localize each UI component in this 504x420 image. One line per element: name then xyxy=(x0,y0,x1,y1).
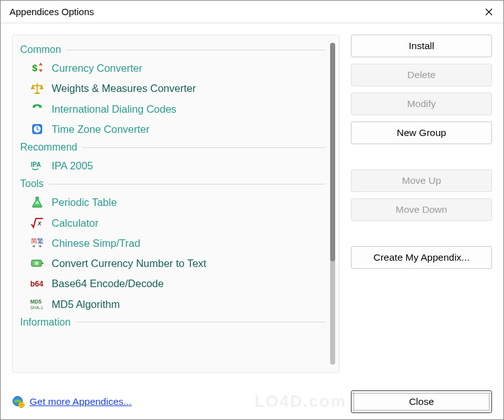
spacer xyxy=(351,150,492,163)
md5-icon: MD5SHA-1 xyxy=(30,297,44,311)
svg-text:繁: 繁 xyxy=(37,237,43,244)
rule xyxy=(49,184,325,184)
item-label: Base64 Encode/Decode xyxy=(52,276,164,290)
create-appendix-button[interactable]: Create My Appendix... xyxy=(351,246,492,269)
item-label: Chinese Simp/Trad xyxy=(52,236,140,250)
phone-icon xyxy=(30,102,44,116)
get-more-link[interactable]: Get more Appendices... xyxy=(12,395,132,408)
item-label: Weights & Measures Converter xyxy=(52,81,196,95)
svg-rect-1 xyxy=(35,93,40,94)
item-label: Periodic Table xyxy=(52,195,117,209)
svg-text:SHA-1: SHA-1 xyxy=(30,305,43,310)
get-more-link-text: Get more Appendices... xyxy=(30,396,132,407)
item-label: Time Zone Converter xyxy=(52,122,149,136)
list-item[interactable]: b64Base64 Encode/Decode xyxy=(19,273,325,293)
group-header: Recommend xyxy=(19,139,325,156)
group-header: Common xyxy=(19,42,325,58)
scroll-thumb[interactable] xyxy=(330,43,335,261)
scrollbar[interactable] xyxy=(330,43,335,365)
money-icon xyxy=(30,256,44,270)
install-button[interactable]: Install xyxy=(351,35,492,57)
footer: Get more Appendices... Close xyxy=(1,384,503,419)
list-item[interactable]: Weights & Measures Converter xyxy=(19,78,325,98)
list-item[interactable]: Periodic Table xyxy=(19,192,325,212)
ipa-icon: IPA xyxy=(30,159,44,173)
svg-text:x: x xyxy=(37,219,42,227)
currency-icon: $ xyxy=(30,61,44,75)
svg-text:b64: b64 xyxy=(30,280,43,288)
svg-text:IPA: IPA xyxy=(31,161,41,168)
flask-icon xyxy=(30,195,44,209)
item-label: Currency Converter xyxy=(52,61,142,75)
list-item[interactable]: International Dialing Codes xyxy=(19,99,325,119)
appendices-panel: Common$Currency ConverterWeights & Measu… xyxy=(12,35,340,373)
rule xyxy=(76,322,325,322)
list-item[interactable]: 简繁Chinese Simp/Trad xyxy=(19,233,325,253)
item-label: International Dialing Codes xyxy=(52,102,176,116)
list-item[interactable]: xCalculator xyxy=(19,213,325,233)
move-up-button: Move Up xyxy=(351,169,492,192)
group-label: Common xyxy=(20,44,61,55)
group-label: Information xyxy=(20,317,71,328)
action-buttons-panel: Install Delete Modify New Group Move Up … xyxy=(351,35,492,373)
list-item[interactable]: IPAIPA 2005 xyxy=(19,156,325,176)
item-label: MD5 Algorithm xyxy=(52,297,120,311)
list-item[interactable]: MD5SHA-1MD5 Algorithm xyxy=(19,294,325,314)
close-icon[interactable] xyxy=(474,1,503,23)
list-item[interactable]: Time Zone Converter xyxy=(19,119,325,139)
move-down-button: Move Down xyxy=(351,198,492,221)
titlebar: Appendices Options xyxy=(1,1,503,23)
delete-button: Delete xyxy=(351,64,492,86)
rule xyxy=(66,50,325,50)
item-label: Convert Currency Number to Text xyxy=(52,256,206,270)
cjk-icon: 简繁 xyxy=(30,236,44,250)
list-item[interactable]: $Currency Converter xyxy=(19,58,325,78)
close-button[interactable]: Close xyxy=(351,390,492,413)
rule xyxy=(83,147,325,148)
appendices-list: Common$Currency ConverterWeights & Measu… xyxy=(19,42,330,366)
item-label: Calculator xyxy=(52,216,98,230)
item-label: IPA 2005 xyxy=(52,159,93,173)
window-title: Appendices Options xyxy=(9,6,94,17)
group-label: Tools xyxy=(20,178,43,190)
content-area: Common$Currency ConverterWeights & Measu… xyxy=(1,23,503,384)
group-label: Recommend xyxy=(20,142,77,153)
svg-point-9 xyxy=(35,261,38,265)
scales-icon xyxy=(30,81,44,95)
svg-text:$: $ xyxy=(32,62,38,73)
clock-icon xyxy=(30,122,44,136)
globe-icon xyxy=(12,395,25,408)
spacer xyxy=(351,227,492,240)
svg-text:MD5: MD5 xyxy=(30,298,42,305)
list-item[interactable]: Convert Currency Number to Text xyxy=(19,253,325,273)
b64-icon: b64 xyxy=(30,277,44,291)
group-header: Tools xyxy=(19,176,325,192)
sqrt-icon: x xyxy=(30,216,44,230)
new-group-button[interactable]: New Group xyxy=(351,122,492,144)
group-header: Information xyxy=(19,314,325,331)
svg-text:简: 简 xyxy=(31,237,37,244)
modify-button: Modify xyxy=(351,93,492,115)
